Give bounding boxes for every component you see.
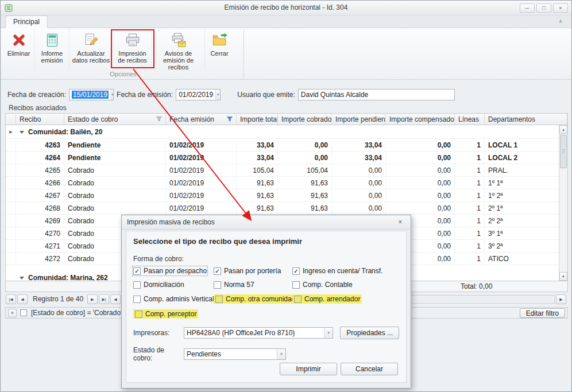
cell-pendiente: 0,00 <box>332 164 386 176</box>
hscroll-right-button[interactable]: ▶ <box>556 294 566 304</box>
cell-depto: LOCAL 2 <box>485 152 567 164</box>
dialog-titlebar: Impresión masiva de recibos × <box>122 215 411 230</box>
col-header-estado[interactable]: Estado de cobro <box>64 114 166 125</box>
cell-depto: 1º 1ª <box>485 177 567 189</box>
col-header-pendiente[interactable]: Importe pendiente <box>332 114 386 125</box>
checkbox-comp-otra-comunidad[interactable]: Comp. otra comunidad <box>214 294 297 304</box>
filter-icon[interactable] <box>227 117 233 122</box>
checkbox-unchecked-icon <box>214 281 221 289</box>
dialog-title: Impresión masiva de recibos <box>127 218 215 226</box>
cell-cobrado: 105,04 <box>278 164 332 176</box>
filter-enabled-checkbox[interactable] <box>20 309 27 316</box>
dialog-close-icon[interactable]: × <box>395 218 405 226</box>
usuario-label: Usuario que emite: <box>237 91 295 99</box>
table-row[interactable]: 4265 Cobrado 01/02/2019 105,04 105,04 0,… <box>6 164 567 177</box>
group-row-bailen[interactable]: ▶ Comunidad: Bailén, 20 <box>6 125 567 139</box>
chevron-down-icon[interactable]: ▾ <box>215 90 220 100</box>
checkbox-norma-57[interactable]: Norma 57 <box>214 281 254 289</box>
chevron-down-icon[interactable]: ▾ <box>277 349 285 359</box>
checkbox-domiciliacion[interactable]: Domiciliación <box>133 281 184 289</box>
checkbox-comp-perceptor[interactable]: Comp. perceptor <box>133 309 198 319</box>
edit-filter-button[interactable]: Editar filtro <box>520 308 565 318</box>
col-header-fecha[interactable]: Fecha emisión <box>166 114 237 125</box>
fecha-emision-input[interactable]: 01/02/2019 ▾ <box>176 89 221 100</box>
group-expand-icon[interactable] <box>20 277 24 280</box>
imprimir-button[interactable]: Imprimir <box>280 363 337 375</box>
scrollbar-thumb[interactable] <box>560 135 567 168</box>
ribbon: Eliminar Informe emisión Actualizar dato… <box>1 28 571 80</box>
avisos-emision-button[interactable]: Avisos de emisión de recibos <box>152 29 205 69</box>
nav-last-button[interactable]: ▶| <box>99 294 109 304</box>
cell-recibo: 4271 <box>16 240 64 252</box>
cell-compensado: 0,00 <box>386 177 455 189</box>
ribbon-tab-row: Principal ∧ <box>1 15 571 28</box>
cancelar-button[interactable]: Cancelar <box>341 363 398 375</box>
close-icon[interactable]: × <box>553 3 568 13</box>
cell-depto: ATICO <box>485 253 567 265</box>
cell-depto: 2º 2ª <box>485 215 567 227</box>
window-title: Emisión de recibo de horizontal - Id. 30… <box>1 3 571 11</box>
tab-principal[interactable]: Principal <box>5 15 48 28</box>
table-row[interactable]: 4264 Pendiente 01/02/2019 33,04 0,00 33,… <box>6 152 567 164</box>
filter-close-button[interactable]: × <box>8 309 17 317</box>
checkbox-comp-contable[interactable]: Comp. Contable <box>292 281 353 289</box>
impresion-recibos-button[interactable]: Impresión de recibos <box>113 29 152 69</box>
table-row[interactable]: 4266 Cobrado 01/02/2019 91,63 91,63 0,00… <box>6 177 567 189</box>
filter-icon[interactable] <box>156 117 162 122</box>
cell-cobrado: 91,63 <box>278 189 332 201</box>
close-folder-icon <box>211 31 228 50</box>
col-header-recibo[interactable]: Recibo <box>16 114 64 125</box>
cell-estado: Cobrado <box>64 164 166 176</box>
informe-emision-button[interactable]: Informe emisión <box>35 29 69 69</box>
forma-cobro-options: ✓ Pasan por despacho ✓ Pasan por porterí… <box>133 267 399 319</box>
printer-icon <box>124 31 141 50</box>
properties-button[interactable]: Propiedades ... <box>340 327 399 339</box>
cell-recibo: 4269 <box>16 215 64 227</box>
usuario-input[interactable]: David Quintas Alcalde <box>298 89 455 100</box>
estado-cobro-select[interactable]: Pendientes ▾ <box>184 348 286 360</box>
fecha-creacion-input[interactable]: 15/01/2019 ▾ <box>69 89 114 100</box>
cell-estado: Cobrado <box>64 189 166 201</box>
group-expand-icon[interactable] <box>20 131 24 134</box>
cell-lineas: 1 <box>455 152 485 164</box>
table-row[interactable]: 4268 Cobrado 01/02/2019 91,63 91,63 0,00… <box>6 202 567 215</box>
ribbon-collapse-icon[interactable]: ∧ <box>555 17 566 26</box>
nav-next-button[interactable]: ▶ <box>87 294 98 304</box>
col-header-departamentos[interactable]: Departamentos <box>485 114 567 125</box>
edit-document-icon <box>83 31 100 50</box>
col-header-lineas[interactable]: Líneas <box>455 114 485 125</box>
checkbox-ingreso-cuenta-transf[interactable]: ✓ Ingreso en cuenta/ Transf. <box>292 267 382 275</box>
cell-pendiente: 33,04 <box>332 152 386 164</box>
table-row[interactable]: 4267 Cobrado 01/02/2019 91,63 91,63 0,00… <box>6 189 567 202</box>
cell-recibo: 4266 <box>16 177 64 189</box>
print-dialog: Impresión masiva de recibos × Seleccione… <box>121 215 411 389</box>
cell-fecha: 01/02/2019 <box>166 139 237 151</box>
col-header-total[interactable]: Importe total <box>237 114 278 125</box>
cell-lineas: 1 <box>455 164 485 176</box>
chevron-down-icon[interactable]: ▾ <box>324 328 333 338</box>
table-row[interactable]: 4263 Pendiente 01/02/2019 33,04 0,00 33,… <box>6 139 567 152</box>
vertical-scrollbar[interactable]: ▲ ▼ <box>559 125 567 281</box>
cell-estado: Pendiente <box>64 152 166 164</box>
estado-cobro-label: Estado de cobro: <box>133 346 184 362</box>
nav-first-button[interactable]: |◀ <box>6 294 16 304</box>
checkbox-comp-adminis-vertical[interactable]: Comp. adminis Vertical <box>133 294 214 304</box>
scroll-up-icon[interactable]: ▲ <box>559 125 567 134</box>
cell-lineas: 1 <box>455 240 485 252</box>
eliminar-button[interactable]: Eliminar <box>3 29 35 69</box>
minimize-icon[interactable]: ─ <box>520 3 535 13</box>
cell-pendiente: 33,04 <box>332 139 386 151</box>
chevron-down-icon[interactable]: ▾ <box>111 90 114 100</box>
checkbox-pasan-por-porteria[interactable]: ✓ Pasan por portería <box>214 267 281 275</box>
hscroll-left-button[interactable]: ◀ <box>110 294 121 304</box>
checkbox-pasan-por-despacho[interactable]: ✓ Pasan por despacho <box>133 267 207 275</box>
col-header-cobrado[interactable]: Importe cobrado <box>278 114 332 125</box>
checkbox-comp-arrendador[interactable]: Comp. arrendador <box>292 294 362 304</box>
printer-select[interactable]: HP6428A0 (HP OfficeJet Pro 8710) ▾ <box>184 327 333 339</box>
cerrar-button[interactable]: Cerrar <box>205 29 234 69</box>
actualizar-datos-button[interactable]: Actualizar datos recibos <box>69 29 113 69</box>
col-header-compensado[interactable]: Importe compensado <box>386 114 455 125</box>
restore-icon[interactable]: □ <box>536 3 551 13</box>
scroll-down-icon[interactable]: ▼ <box>559 272 567 281</box>
nav-prev-button[interactable]: ◀ <box>17 294 28 304</box>
